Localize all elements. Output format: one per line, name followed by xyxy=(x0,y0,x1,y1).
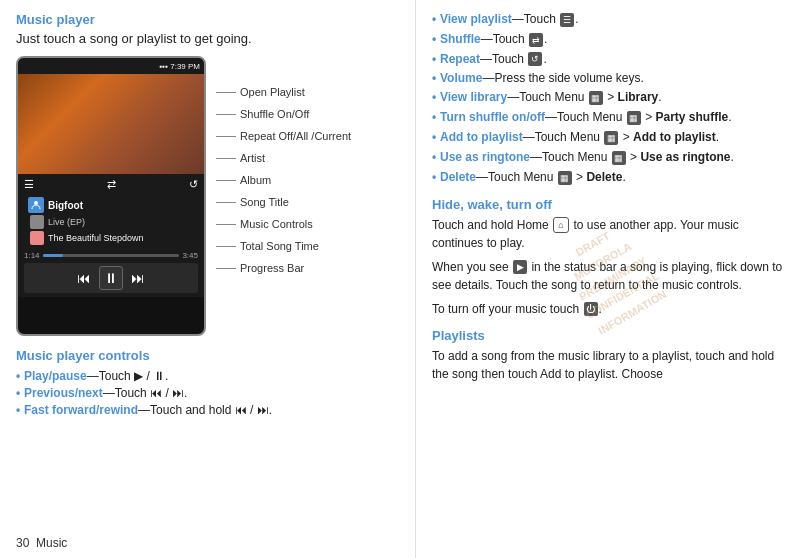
callout-label: Open Playlist xyxy=(240,86,305,98)
controls-list: Play/pause—Touch ▶ / ⏸. Previous/next—To… xyxy=(16,369,399,417)
callout-label: Total Song Time xyxy=(240,240,319,252)
callout-repeat: Repeat Off/All /Current xyxy=(216,130,399,142)
hide-wake-text2: When you see ▶ in the status bar a song … xyxy=(432,258,793,294)
list-item: Fast forward/rewind—Touch and hold ⏮ / ⏭… xyxy=(16,403,399,417)
callout-shuffle: Shuffle On/Off xyxy=(216,108,399,120)
bullet-highlight: Delete xyxy=(440,170,476,184)
hide-wake-text1: Touch and hold Home ⌂ to use another app… xyxy=(432,216,793,252)
power-icon: ⏻ xyxy=(584,302,598,316)
music-player-title: Music player xyxy=(16,12,399,27)
svg-point-0 xyxy=(34,201,38,205)
song-name: The Beautiful Stepdown xyxy=(48,233,144,243)
bullet-highlight: Fast forward/rewind xyxy=(24,403,138,417)
list-item: View playlist—Touch ☰. xyxy=(432,12,793,27)
bullet-highlight: View library xyxy=(440,90,507,104)
album-row: Live (EP) xyxy=(28,215,194,229)
album-name: Live (EP) xyxy=(48,217,85,227)
callout-label: Progress Bar xyxy=(240,262,304,274)
phone-area: ▪▪▪ 7:39 PM ☰ ⇄ ↺ Bigfoot xyxy=(16,56,399,336)
song-title-row: The Beautiful Stepdown xyxy=(28,231,194,245)
bullet-highlight: Use as ringtone xyxy=(440,150,530,164)
playlist-icon: ☰ xyxy=(560,13,574,27)
phone-controls-area: ☰ ⇄ ↺ Bigfoot Live (EP) xyxy=(18,174,204,297)
controls-section: Music player controls Play/pause—Touch ▶… xyxy=(16,348,399,417)
song-icon xyxy=(30,231,44,245)
menu-icon: ▦ xyxy=(612,151,626,165)
callout-line xyxy=(216,158,236,159)
callout-artist: Artist xyxy=(216,152,399,164)
track-info: Bigfoot Live (EP) The Beautiful Stepdown xyxy=(24,195,198,251)
bullet-highlight: Play/pause xyxy=(24,369,87,383)
bullet-highlight: Previous/next xyxy=(24,386,103,400)
callout-label: Shuffle On/Off xyxy=(240,108,309,120)
list-item: Shuffle—Touch ⇄. xyxy=(432,32,793,47)
bullet-highlight: Repeat xyxy=(440,52,480,66)
callouts-area: Open Playlist Shuffle On/Off Repeat Off/… xyxy=(216,56,399,336)
callout-line xyxy=(216,136,236,137)
phone-mockup: ▪▪▪ 7:39 PM ☰ ⇄ ↺ Bigfoot xyxy=(16,56,206,336)
artist-row: Bigfoot xyxy=(28,197,194,213)
progress-row: 1:14 3:45 xyxy=(24,251,198,260)
bullet-highlight: Add to playlist xyxy=(440,130,523,144)
list-item: Turn shuffle on/off—Touch Menu ▦ > Party… xyxy=(432,110,793,125)
callout-line xyxy=(216,202,236,203)
progress-fill xyxy=(43,254,64,257)
callout-line xyxy=(216,92,236,93)
callout-open-playlist: Open Playlist xyxy=(216,86,399,98)
callout-line xyxy=(216,224,236,225)
list-item: Use as ringtone—Touch Menu ▦ > Use as ri… xyxy=(432,150,793,165)
callout-music-controls: Music Controls xyxy=(216,218,399,230)
play-status-icon: ▶ xyxy=(513,260,527,274)
hide-wake-title: Hide, wake, turn off xyxy=(432,197,793,212)
callout-total-song-time: Total Song Time xyxy=(216,240,399,252)
progress-bar[interactable] xyxy=(43,254,180,257)
status-icons: ▪▪▪ 7:39 PM xyxy=(159,62,200,71)
shuffle-icon-btn[interactable]: ⇄ xyxy=(107,178,116,191)
right-bullets-list: View playlist—Touch ☰. Shuffle—Touch ⇄. … xyxy=(432,12,793,185)
bullet-highlight: View playlist xyxy=(440,12,512,26)
hide-wake-text3: To turn off your music touch ⏻. xyxy=(432,300,793,318)
bullet-highlight: Volume xyxy=(440,71,482,85)
artist-icon xyxy=(28,197,44,213)
callout-song-title: Song Title xyxy=(216,196,399,208)
callout-label: Song Title xyxy=(240,196,289,208)
play-pause-button[interactable]: ⏸ xyxy=(99,266,123,290)
callout-label: Music Controls xyxy=(240,218,313,230)
callout-label: Artist xyxy=(240,152,265,164)
playlists-text: To add a song from the music library to … xyxy=(432,347,793,383)
artist-name: Bigfoot xyxy=(48,200,83,211)
album-icon xyxy=(30,215,44,229)
list-item: Add to playlist—Touch Menu ▦ > Add to pl… xyxy=(432,130,793,145)
page-number: 30 Music xyxy=(16,536,67,550)
menu-icon: ▦ xyxy=(627,111,641,125)
prev-button[interactable]: ⏮ xyxy=(77,270,91,286)
list-item: Delete—Touch Menu ▦ > Delete. xyxy=(432,170,793,185)
list-item: Repeat—Touch ↺. xyxy=(432,52,793,67)
list-item: Volume—Press the side volume keys. xyxy=(432,71,793,85)
callout-line xyxy=(216,180,236,181)
controls-title: Music player controls xyxy=(16,348,399,363)
bullet-highlight: Shuffle xyxy=(440,32,481,46)
next-button[interactable]: ⏭ xyxy=(131,270,145,286)
menu-icon: ▦ xyxy=(589,91,603,105)
left-column: Music player Just touch a song or playli… xyxy=(0,0,415,558)
callout-line xyxy=(216,268,236,269)
playlists-title: Playlists xyxy=(432,328,793,343)
bullet-highlight: Turn shuffle on/off xyxy=(440,110,545,124)
callout-line xyxy=(216,246,236,247)
menu-icon: ▦ xyxy=(604,131,618,145)
home-btn-icon: ⌂ xyxy=(553,217,569,233)
list-item: Play/pause—Touch ▶ / ⏸. xyxy=(16,369,399,383)
playlist-icon-btn[interactable]: ☰ xyxy=(24,178,34,191)
list-item: Previous/next—Touch ⏮ / ⏭. xyxy=(16,386,399,400)
menu-icon: ▦ xyxy=(558,171,572,185)
album-art xyxy=(18,74,204,174)
time-current: 1:14 xyxy=(24,251,40,260)
callout-label: Album xyxy=(240,174,271,186)
status-bar: ▪▪▪ 7:39 PM xyxy=(18,58,204,74)
list-item: View library—Touch Menu ▦ > Library. xyxy=(432,90,793,105)
callout-album: Album xyxy=(216,174,399,186)
repeat-icon-btn[interactable]: ↺ xyxy=(189,178,198,191)
shuffle-icon: ⇄ xyxy=(529,33,543,47)
top-icons: ☰ ⇄ ↺ xyxy=(24,178,198,191)
